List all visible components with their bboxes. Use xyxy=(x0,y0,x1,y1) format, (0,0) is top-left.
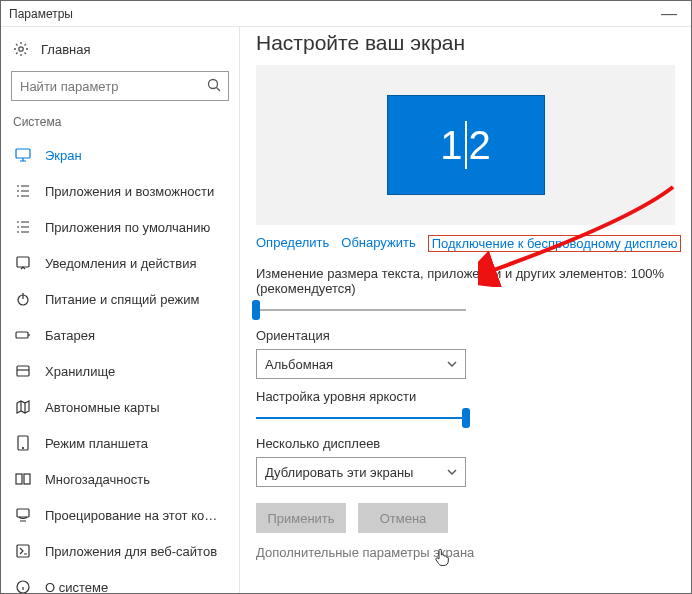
section-label: Система xyxy=(13,115,227,129)
detect-link[interactable]: Обнаружить xyxy=(341,235,415,252)
sidebar-item-10[interactable]: Проецирование на этот компьютер xyxy=(11,497,229,533)
tablet-mode-icon xyxy=(15,435,31,451)
svg-rect-2 xyxy=(16,149,30,158)
multitasking-icon xyxy=(15,471,31,487)
home-button[interactable]: Главная xyxy=(11,35,229,67)
advanced-display-link[interactable]: Дополнительные параметры экрана xyxy=(256,545,675,560)
svg-rect-10 xyxy=(24,474,30,484)
apply-button[interactable]: Применить xyxy=(256,503,346,533)
sidebar-item-label: Приложения для веб-сайтов xyxy=(45,544,217,559)
sidebar-item-2[interactable]: Приложения по умолчанию xyxy=(11,209,229,245)
monitor-icon xyxy=(15,147,31,163)
monitor-tile[interactable]: 12 xyxy=(387,95,545,195)
svg-rect-5 xyxy=(16,332,28,338)
search-icon xyxy=(206,77,222,93)
search-input[interactable] xyxy=(11,71,229,101)
wireless-display-link[interactable]: Подключение к беспроводному дисплею xyxy=(428,235,682,252)
power-icon xyxy=(15,291,31,307)
monitor-digit-2: 2 xyxy=(469,123,491,168)
cancel-button[interactable]: Отмена xyxy=(358,503,448,533)
sidebar-item-label: Режим планшета xyxy=(45,436,148,451)
sidebar-item-5[interactable]: Батарея xyxy=(11,317,229,353)
sidebar-item-3[interactable]: Уведомления и действия xyxy=(11,245,229,281)
storage-icon xyxy=(15,363,31,379)
scale-label: Изменение размера текста, приложений и д… xyxy=(256,266,675,296)
sidebar: Главная Система ЭкранПриложения и возмож… xyxy=(1,27,240,593)
sidebar-item-label: Питание и спящий режим xyxy=(45,292,199,307)
svg-point-0 xyxy=(19,47,23,51)
svg-rect-3 xyxy=(17,257,29,267)
projecting-icon xyxy=(15,507,31,523)
web-apps-icon xyxy=(15,543,31,559)
multiple-displays-label: Несколько дисплеев xyxy=(256,436,675,451)
sidebar-item-label: Проецирование на этот компьютер xyxy=(45,508,225,523)
orientation-select[interactable]: Альбомная xyxy=(256,349,466,379)
sidebar-item-label: Хранилище xyxy=(45,364,115,379)
titlebar: Параметры — xyxy=(1,1,691,27)
brightness-slider[interactable] xyxy=(256,410,466,426)
main-panel: Настройте ваш экран 12 Определить Обнару… xyxy=(240,27,691,593)
sidebar-item-1[interactable]: Приложения и возможности xyxy=(11,173,229,209)
monitor-divider xyxy=(465,121,467,169)
display-preview[interactable]: 12 xyxy=(256,65,675,225)
default-apps-icon xyxy=(15,219,31,235)
sidebar-item-6[interactable]: Хранилище xyxy=(11,353,229,389)
cursor-hand-icon xyxy=(434,547,450,567)
chevron-down-icon xyxy=(447,467,457,477)
brightness-label: Настройка уровня яркости xyxy=(256,389,675,404)
identify-link[interactable]: Определить xyxy=(256,235,329,252)
sidebar-item-label: Приложения по умолчанию xyxy=(45,220,210,235)
svg-rect-9 xyxy=(16,474,22,484)
apps-list-icon xyxy=(15,183,31,199)
sidebar-item-label: Батарея xyxy=(45,328,95,343)
svg-rect-11 xyxy=(17,509,29,517)
window-title: Параметры xyxy=(9,7,73,21)
svg-point-1 xyxy=(209,80,218,89)
sidebar-item-8[interactable]: Режим планшета xyxy=(11,425,229,461)
sidebar-item-label: О системе xyxy=(45,580,108,594)
sidebar-item-11[interactable]: Приложения для веб-сайтов xyxy=(11,533,229,569)
orientation-label: Ориентация xyxy=(256,328,675,343)
multiple-displays-select[interactable]: Дублировать эти экраны xyxy=(256,457,466,487)
gear-icon xyxy=(13,41,29,57)
home-label: Главная xyxy=(41,42,90,57)
svg-point-8 xyxy=(23,448,24,449)
sidebar-item-label: Экран xyxy=(45,148,82,163)
sidebar-item-9[interactable]: Многозадачность xyxy=(11,461,229,497)
multiple-displays-value: Дублировать эти экраны xyxy=(265,465,413,480)
monitor-digit-1: 1 xyxy=(440,123,462,168)
sidebar-item-label: Автономные карты xyxy=(45,400,160,415)
sidebar-item-4[interactable]: Питание и спящий режим xyxy=(11,281,229,317)
offline-maps-icon xyxy=(15,399,31,415)
orientation-value: Альбомная xyxy=(265,357,333,372)
minimize-button[interactable]: — xyxy=(655,5,683,23)
sidebar-item-7[interactable]: Автономные карты xyxy=(11,389,229,425)
sidebar-item-0[interactable]: Экран xyxy=(11,137,229,173)
chevron-down-icon xyxy=(447,359,457,369)
about-icon xyxy=(15,579,31,593)
page-title: Настройте ваш экран xyxy=(256,31,675,55)
notifications-icon xyxy=(15,255,31,271)
sidebar-item-label: Многозадачность xyxy=(45,472,150,487)
svg-rect-6 xyxy=(17,366,29,376)
battery-icon xyxy=(15,327,31,343)
sidebar-item-12[interactable]: О системе xyxy=(11,569,229,593)
sidebar-item-label: Уведомления и действия xyxy=(45,256,197,271)
sidebar-item-label: Приложения и возможности xyxy=(45,184,214,199)
scale-slider[interactable] xyxy=(256,302,466,318)
